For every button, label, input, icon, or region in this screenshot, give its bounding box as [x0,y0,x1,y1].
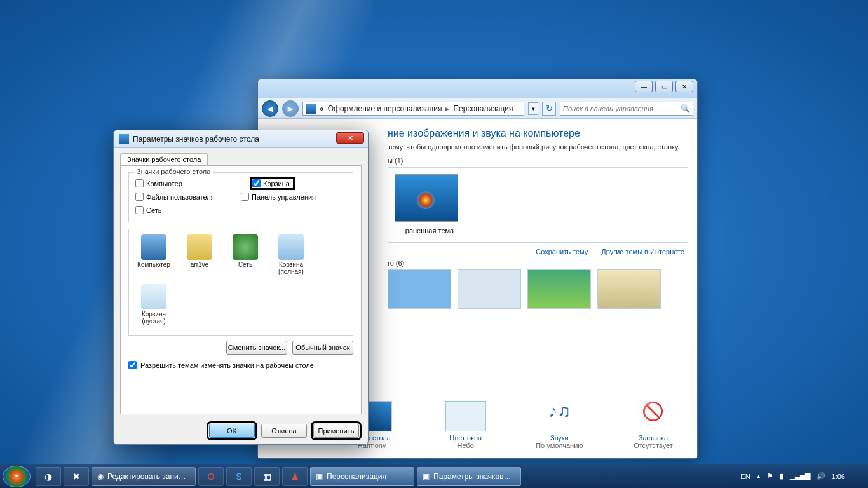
taskbar-app-personalization[interactable]: ▣ Персонализация [310,467,414,486]
dialog-titlebar[interactable]: Параметры значков рабочего стола ✕ [114,130,368,148]
taskbar-pin-steam[interactable]: ◑ [36,467,61,486]
theme-label: раненная тема [395,224,465,234]
checkbox-computer-label: Компьютер [146,180,182,187]
nav-back-button[interactable]: ◄ [262,100,278,117]
my-themes-header: ы (1) [388,157,688,165]
tray-language[interactable]: EN [740,473,750,480]
theme-item[interactable]: раненная тема [395,174,465,234]
icon-user-folder[interactable]: arr1ve [180,234,219,280]
taskbar-pin-opera[interactable]: O [198,467,224,486]
taskbar-pin-app2[interactable]: ✖ [64,467,89,486]
search-input[interactable] [563,105,677,112]
dialog-close-button[interactable]: ✕ [336,132,364,144]
tray-flag-icon[interactable]: ⚑ [767,472,773,480]
breadcrumb-seg-2[interactable]: Персонализация [453,104,513,113]
aero-theme-1[interactable] [388,269,451,309]
taskbar-app-icon-params[interactable]: ▣ Параметры значков… [417,467,521,486]
screensaver-label: Заставка [618,434,688,442]
dialog-icon [119,134,129,144]
window-color-label: Цвет окна [431,434,501,442]
icon-computer[interactable]: Компьютер [134,234,173,280]
aero-theme-4[interactable] [597,269,661,309]
aero-themes-row [388,269,688,309]
sounds-sub: По умолчанию [524,442,594,449]
icon-params-icon: ▣ [423,472,430,481]
breadcrumb-seg-1[interactable]: Оформление и персонализация [328,104,442,113]
checkbox-network[interactable]: Сеть [135,205,241,215]
desktop-icon-settings-dialog: Параметры значков рабочего стола ✕ Значк… [113,130,369,445]
search-box[interactable]: 🔍 [560,102,693,116]
save-theme-link[interactable]: Сохранить тему [536,248,588,255]
allow-themes-input[interactable] [128,361,137,369]
sounds-item[interactable]: ♪♫ Звуки По умолчанию [524,401,594,449]
window-color-item[interactable]: Цвет окна Небо [431,401,501,449]
taskbar: ◑ ✖ ◉ Редактировать запи… O S ▦ ♟ ▣ Перс… [0,464,868,488]
sounds-icon: ♪♫ [539,401,580,431]
apply-button[interactable]: Применить [313,424,359,438]
aero-theme-3[interactable] [527,269,591,309]
icon-preview-grid: Компьютер arr1ve Сеть Корзина (полная) К… [128,229,353,336]
network-icon [233,234,258,260]
checkbox-cpanel-input[interactable] [241,193,249,201]
icon-computer-label: Компьютер [134,261,173,268]
page-description: тему, чтобы одновременно изменить фоновы… [388,143,688,151]
ok-button[interactable]: OK [209,424,255,438]
icon-network[interactable]: Сеть [226,234,265,280]
search-icon: 🔍 [681,104,690,113]
checkbox-recycle-bin[interactable]: Корзина [251,178,294,189]
restore-default-button[interactable]: Обычный значок [292,341,353,355]
tray-clock[interactable]: 1:06 [832,473,845,480]
taskbar-pin-skype[interactable]: S [226,467,252,486]
taskbar-app-chrome[interactable]: ◉ Редактировать запи… [92,467,196,486]
computer-icon [141,234,166,260]
tray-chevron-up-icon[interactable]: ▴ [757,472,761,480]
checkbox-recycle-input[interactable] [252,179,261,187]
checkbox-control-panel[interactable]: Панель управления [241,191,346,202]
icon-recycle-empty-label: Корзина (пустая) [134,311,173,325]
screensaver-item[interactable]: 🚫 Заставка Отсутствует [618,401,688,449]
tray-network-icon[interactable]: ▁▃▅▇ [790,472,810,480]
icon-recycle-empty[interactable]: Корзина (пустая) [134,284,173,330]
taskbar-app-personalization-label: Персонализация [327,472,386,481]
more-themes-link[interactable]: Другие темы в Интернете [601,248,684,255]
minimize-button[interactable]: — [635,81,653,92]
show-desktop-button[interactable] [857,464,863,489]
breadcrumb[interactable]: « Оформление и персонализация ▸ Персонал… [302,102,524,116]
address-bar: ◄ ► « Оформление и персонализация ▸ Перс… [258,98,697,119]
start-button[interactable] [3,466,31,487]
checkbox-computer-input[interactable] [135,179,144,187]
checkbox-network-label: Сеть [146,207,161,214]
change-icon-button[interactable]: Сменить значок... [226,341,287,355]
window-titlebar[interactable]: — ▭ ✕ [258,79,697,98]
recycle-full-icon [278,234,304,260]
tray-battery-icon[interactable]: ▮ [780,472,783,480]
checkbox-user-files[interactable]: Файлы пользователя [135,191,241,202]
icon-network-label: Сеть [226,261,265,268]
dialog-title: Параметры значков рабочего стола [133,135,259,144]
desktop-icons-group: Значки рабочего стола Компьютер Корзина … [128,172,353,222]
aero-themes-header: ro (6) [388,259,688,267]
screensaver-sub: Отсутствует [618,442,688,449]
tray-volume-icon[interactable]: 🔊 [817,472,825,480]
close-button[interactable]: ✕ [675,81,693,92]
checkbox-userfiles-label: Файлы пользователя [146,193,215,201]
tab-desktop-icons[interactable]: Значки рабочего стола [120,153,208,165]
taskbar-pin-app5[interactable]: ▦ [254,467,280,486]
icon-recycle-full[interactable]: Корзина (полная) [271,234,311,280]
aero-theme-2[interactable] [458,269,521,309]
cancel-button[interactable]: Отмена [261,424,307,438]
personalization-icon: ▣ [316,472,323,481]
allow-themes-checkbox[interactable]: Разрешить темам изменять значки на рабоч… [128,361,353,369]
taskbar-app-icon-params-label: Параметры значков… [433,472,512,481]
icon-recycle-full-label: Корзина (полная) [271,261,311,275]
taskbar-pin-app6[interactable]: ♟ [282,467,308,486]
checkbox-computer[interactable]: Компьютер [135,178,241,189]
refresh-button[interactable]: ↻ [542,102,556,116]
sounds-label: Звуки [524,434,594,442]
maximize-button[interactable]: ▭ [655,81,673,92]
checkbox-network-input[interactable] [135,206,144,214]
nav-forward-button[interactable]: ► [282,100,299,117]
checkbox-userfiles-input[interactable] [135,193,144,201]
icon-user-label: arr1ve [180,261,219,268]
breadcrumb-dropdown[interactable]: ▾ [528,102,538,115]
